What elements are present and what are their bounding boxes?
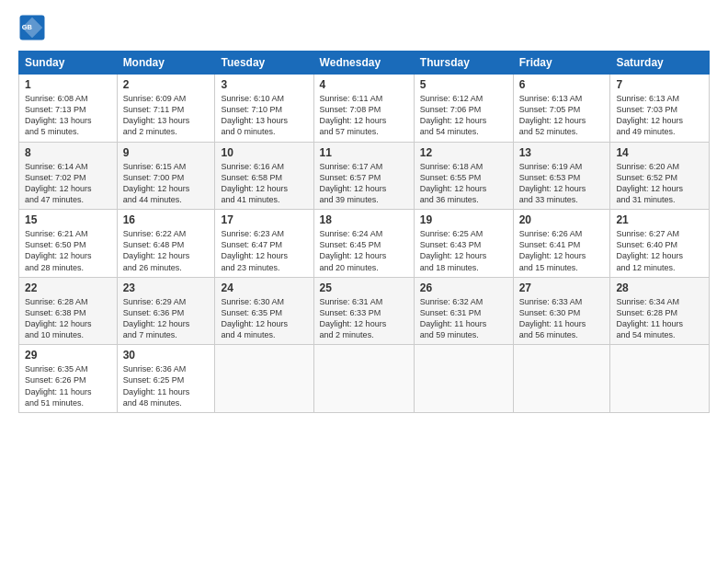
- day-cell: 1Sunrise: 6:08 AMSunset: 7:13 PMDaylight…: [19, 75, 118, 143]
- day-content: Sunrise: 6:10 AMSunset: 7:10 PMDaylight:…: [221, 93, 307, 138]
- day-number: 13: [519, 146, 605, 159]
- day-content: Sunrise: 6:33 AMSunset: 6:30 PMDaylight:…: [519, 296, 605, 341]
- day-cell: 29Sunrise: 6:35 AMSunset: 6:26 PMDayligh…: [19, 345, 118, 413]
- day-cell: 3Sunrise: 6:10 AMSunset: 7:10 PMDaylight…: [215, 75, 313, 143]
- day-content: Sunrise: 6:20 AMSunset: 6:52 PMDaylight:…: [616, 161, 703, 206]
- day-cell: 19Sunrise: 6:25 AMSunset: 6:43 PMDayligh…: [414, 210, 513, 278]
- day-content: Sunrise: 6:31 AMSunset: 6:33 PMDaylight:…: [320, 296, 408, 341]
- day-cell: 8Sunrise: 6:14 AMSunset: 7:02 PMDaylight…: [19, 142, 118, 210]
- day-number: 25: [320, 282, 408, 294]
- day-number: 24: [221, 282, 307, 294]
- header-cell-sunday: Sunday: [19, 52, 118, 75]
- header: GB: [18, 14, 710, 41]
- day-number: 30: [123, 349, 210, 362]
- day-number: 15: [25, 213, 111, 226]
- day-cell: 2Sunrise: 6:09 AMSunset: 7:11 PMDaylight…: [117, 75, 215, 143]
- day-cell: 15Sunrise: 6:21 AMSunset: 6:50 PMDayligh…: [19, 210, 118, 278]
- day-cell: 25Sunrise: 6:31 AMSunset: 6:33 PMDayligh…: [313, 277, 414, 345]
- day-cell: 14Sunrise: 6:20 AMSunset: 6:52 PMDayligh…: [610, 142, 710, 210]
- week-row-1: 1Sunrise: 6:08 AMSunset: 7:13 PMDaylight…: [19, 75, 710, 143]
- day-number: 21: [616, 213, 703, 226]
- day-number: 11: [320, 146, 408, 159]
- day-cell: 4Sunrise: 6:11 AMSunset: 7:08 PMDaylight…: [313, 75, 414, 143]
- day-content: Sunrise: 6:16 AMSunset: 6:58 PMDaylight:…: [221, 161, 307, 206]
- day-content: Sunrise: 6:27 AMSunset: 6:40 PMDaylight:…: [616, 228, 703, 273]
- day-content: Sunrise: 6:14 AMSunset: 7:02 PMDaylight:…: [25, 161, 111, 206]
- logo: GB: [18, 14, 51, 41]
- day-content: Sunrise: 6:11 AMSunset: 7:08 PMDaylight:…: [320, 93, 408, 138]
- day-cell: 22Sunrise: 6:28 AMSunset: 6:38 PMDayligh…: [19, 277, 118, 345]
- day-cell: [414, 345, 513, 413]
- day-cell: 30Sunrise: 6:36 AMSunset: 6:25 PMDayligh…: [117, 345, 215, 413]
- day-cell: 23Sunrise: 6:29 AMSunset: 6:36 PMDayligh…: [117, 277, 215, 345]
- day-cell: 17Sunrise: 6:23 AMSunset: 6:47 PMDayligh…: [215, 210, 313, 278]
- header-cell-saturday: Saturday: [610, 52, 710, 75]
- day-content: Sunrise: 6:08 AMSunset: 7:13 PMDaylight:…: [25, 93, 111, 138]
- day-number: 8: [25, 146, 111, 159]
- page: GB SundayMondayTuesdayWednesdayThursdayF…: [0, 0, 728, 563]
- day-content: Sunrise: 6:19 AMSunset: 6:53 PMDaylight:…: [519, 161, 605, 206]
- day-cell: [215, 345, 313, 413]
- week-row-3: 15Sunrise: 6:21 AMSunset: 6:50 PMDayligh…: [19, 210, 710, 278]
- day-cell: 13Sunrise: 6:19 AMSunset: 6:53 PMDayligh…: [513, 142, 610, 210]
- day-content: Sunrise: 6:17 AMSunset: 6:57 PMDaylight:…: [320, 161, 408, 206]
- day-cell: 9Sunrise: 6:15 AMSunset: 7:00 PMDaylight…: [117, 142, 215, 210]
- day-content: Sunrise: 6:12 AMSunset: 7:06 PMDaylight:…: [420, 93, 507, 138]
- day-cell: 27Sunrise: 6:33 AMSunset: 6:30 PMDayligh…: [513, 277, 610, 345]
- day-cell: 18Sunrise: 6:24 AMSunset: 6:45 PMDayligh…: [313, 210, 414, 278]
- day-cell: 24Sunrise: 6:30 AMSunset: 6:35 PMDayligh…: [215, 277, 313, 345]
- day-cell: 21Sunrise: 6:27 AMSunset: 6:40 PMDayligh…: [610, 210, 710, 278]
- day-content: Sunrise: 6:24 AMSunset: 6:45 PMDaylight:…: [320, 228, 408, 273]
- day-number: 19: [420, 213, 507, 226]
- logo-icon: GB: [18, 14, 46, 41]
- day-content: Sunrise: 6:13 AMSunset: 7:03 PMDaylight:…: [616, 93, 703, 138]
- day-number: 6: [519, 78, 605, 91]
- day-number: 1: [25, 78, 111, 91]
- day-number: 14: [616, 146, 703, 159]
- week-row-5: 29Sunrise: 6:35 AMSunset: 6:26 PMDayligh…: [19, 345, 710, 413]
- header-cell-friday: Friday: [513, 52, 610, 75]
- day-content: Sunrise: 6:18 AMSunset: 6:55 PMDaylight:…: [420, 161, 507, 206]
- day-cell: [313, 345, 414, 413]
- day-content: Sunrise: 6:09 AMSunset: 7:11 PMDaylight:…: [123, 93, 210, 138]
- day-cell: [513, 345, 610, 413]
- calendar-table: SundayMondayTuesdayWednesdayThursdayFrid…: [18, 51, 710, 413]
- day-number: 3: [221, 78, 307, 91]
- day-number: 29: [25, 349, 111, 362]
- day-number: 9: [123, 146, 210, 159]
- day-content: Sunrise: 6:13 AMSunset: 7:05 PMDaylight:…: [519, 93, 605, 138]
- day-cell: 11Sunrise: 6:17 AMSunset: 6:57 PMDayligh…: [313, 142, 414, 210]
- day-cell: 28Sunrise: 6:34 AMSunset: 6:28 PMDayligh…: [610, 277, 710, 345]
- day-content: Sunrise: 6:30 AMSunset: 6:35 PMDaylight:…: [221, 296, 307, 341]
- day-content: Sunrise: 6:22 AMSunset: 6:48 PMDaylight:…: [123, 228, 210, 273]
- day-content: Sunrise: 6:29 AMSunset: 6:36 PMDaylight:…: [123, 296, 210, 341]
- day-content: Sunrise: 6:15 AMSunset: 7:00 PMDaylight:…: [123, 161, 210, 206]
- day-number: 28: [616, 282, 703, 294]
- day-number: 27: [519, 282, 605, 294]
- day-cell: 26Sunrise: 6:32 AMSunset: 6:31 PMDayligh…: [414, 277, 513, 345]
- day-number: 16: [123, 213, 210, 226]
- day-number: 10: [221, 146, 307, 159]
- day-content: Sunrise: 6:26 AMSunset: 6:41 PMDaylight:…: [519, 228, 605, 273]
- day-number: 18: [320, 213, 408, 226]
- day-number: 12: [420, 146, 507, 159]
- day-number: 23: [123, 282, 210, 294]
- day-content: Sunrise: 6:25 AMSunset: 6:43 PMDaylight:…: [420, 228, 507, 273]
- day-number: 7: [616, 78, 703, 91]
- day-number: 20: [519, 213, 605, 226]
- day-cell: 12Sunrise: 6:18 AMSunset: 6:55 PMDayligh…: [414, 142, 513, 210]
- day-number: 5: [420, 78, 507, 91]
- day-content: Sunrise: 6:34 AMSunset: 6:28 PMDaylight:…: [616, 296, 703, 341]
- week-row-4: 22Sunrise: 6:28 AMSunset: 6:38 PMDayligh…: [19, 277, 710, 345]
- day-cell: 6Sunrise: 6:13 AMSunset: 7:05 PMDaylight…: [513, 75, 610, 143]
- day-number: 17: [221, 213, 307, 226]
- day-cell: 20Sunrise: 6:26 AMSunset: 6:41 PMDayligh…: [513, 210, 610, 278]
- day-number: 4: [320, 78, 408, 91]
- day-number: 2: [123, 78, 210, 91]
- day-cell: 5Sunrise: 6:12 AMSunset: 7:06 PMDaylight…: [414, 75, 513, 143]
- week-row-2: 8Sunrise: 6:14 AMSunset: 7:02 PMDaylight…: [19, 142, 710, 210]
- day-content: Sunrise: 6:35 AMSunset: 6:26 PMDaylight:…: [25, 363, 111, 408]
- day-content: Sunrise: 6:23 AMSunset: 6:47 PMDaylight:…: [221, 228, 307, 273]
- day-content: Sunrise: 6:28 AMSunset: 6:38 PMDaylight:…: [25, 296, 111, 341]
- day-cell: 7Sunrise: 6:13 AMSunset: 7:03 PMDaylight…: [610, 75, 710, 143]
